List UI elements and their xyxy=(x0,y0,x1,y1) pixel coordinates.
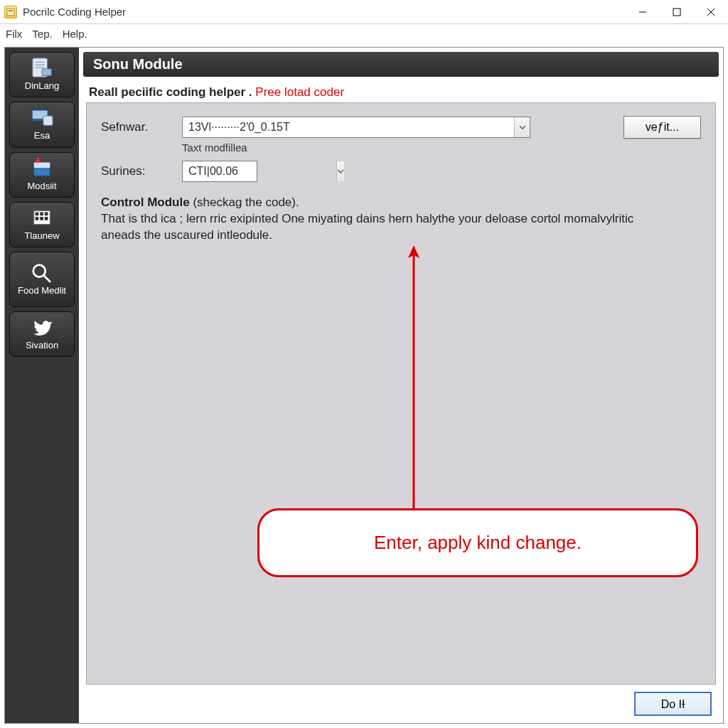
sidebar-item-label: Modsiit xyxy=(27,181,56,191)
sidebar-item-label: DinLang xyxy=(25,81,59,91)
close-button[interactable] xyxy=(694,0,728,23)
svg-rect-19 xyxy=(36,212,39,215)
software-combo[interactable] xyxy=(182,117,530,138)
module-subtitle: Reall peciific coding helper . Pree lota… xyxy=(79,77,723,102)
workspace-border: DinLang Esa Modsiit Tlaunew xyxy=(4,47,724,724)
svg-rect-23 xyxy=(40,217,43,220)
search-icon xyxy=(28,262,55,283)
surines-row: Surines: xyxy=(101,161,701,182)
surines-input[interactable] xyxy=(183,165,336,178)
sidebar-item-dinlang[interactable]: DinLang xyxy=(9,52,75,97)
content-box: Sefnwar. veƒit... Taxt modfillea Surines… xyxy=(86,102,716,685)
titlebar: Pocrilc Coding Helper xyxy=(0,0,728,24)
desc-bold: Control Module xyxy=(101,196,190,209)
chevron-down-icon[interactable] xyxy=(514,117,530,137)
sidebar-item-food-medlit[interactable]: Food Medlit xyxy=(9,252,75,307)
verify-button[interactable]: veƒit... xyxy=(623,116,701,139)
software-label: Sefnwar. xyxy=(101,120,172,134)
monitor-icon xyxy=(28,107,55,128)
window-controls xyxy=(626,0,728,23)
svg-rect-13 xyxy=(43,116,53,125)
menu-edit[interactable]: Tep. xyxy=(32,28,52,40)
svg-rect-21 xyxy=(45,212,48,215)
subtitle-main: Reall peciific coding helper . xyxy=(89,85,252,99)
software-input[interactable] xyxy=(183,121,514,134)
svg-rect-15 xyxy=(34,162,50,168)
sidebar-item-tlaunew[interactable]: Tlaunew xyxy=(9,202,75,247)
menu-help[interactable]: Help. xyxy=(63,28,87,40)
annotation-arrow-icon xyxy=(400,245,428,515)
menu-file[interactable]: Filx xyxy=(6,28,22,40)
svg-rect-10 xyxy=(42,69,51,75)
do-it-button[interactable]: Do Iƚ xyxy=(634,692,712,716)
software-note: Taxt modfillea xyxy=(182,141,701,154)
software-row: Sefnwar. veƒit... xyxy=(101,116,701,139)
sidebar-item-label: Sivation xyxy=(26,341,58,350)
svg-rect-1 xyxy=(9,10,13,11)
svg-rect-22 xyxy=(36,217,39,220)
svg-rect-24 xyxy=(45,217,48,220)
sidebar-item-label: Esa xyxy=(34,131,50,141)
bird-icon xyxy=(28,316,55,338)
surines-combo[interactable] xyxy=(182,161,257,182)
chevron-down-icon[interactable] xyxy=(336,161,344,181)
sidebar-item-modsiit[interactable]: Modsiit xyxy=(9,152,75,198)
description: Control Module (sheckag the code). That … xyxy=(101,195,655,244)
maximize-button[interactable] xyxy=(660,0,694,23)
package-icon xyxy=(28,157,55,178)
bottom-bar: Do Iƚ xyxy=(79,685,723,723)
menubar: Filx Tep. Help. xyxy=(0,24,728,43)
annotation-callout: Enter, apply kind change. xyxy=(257,508,698,577)
grid-icon xyxy=(28,207,55,228)
document-icon xyxy=(28,57,55,78)
workspace: DinLang Esa Modsiit Tlaunew xyxy=(0,43,728,728)
annotation-text: Enter, apply kind change. xyxy=(257,508,698,577)
window-title: Pocrilc Coding Helper xyxy=(23,6,126,18)
module-title: Sonu Module xyxy=(83,52,719,77)
surines-label: Surines: xyxy=(101,164,172,178)
desc-paren: (sheckag the code). xyxy=(193,196,299,209)
svg-rect-0 xyxy=(7,9,14,16)
svg-rect-3 xyxy=(673,9,680,16)
sidebar-item-sivation[interactable]: Sivation xyxy=(9,311,75,357)
svg-point-17 xyxy=(37,157,40,160)
svg-rect-20 xyxy=(40,212,43,215)
sidebar-item-label: Food Medlit xyxy=(18,286,66,296)
sidebar: DinLang Esa Modsiit Tlaunew xyxy=(5,48,79,723)
desc-body: That is thd ica ; lern rric exipinted On… xyxy=(101,212,633,242)
main-panel: Sonu Module Reall peciific coding helper… xyxy=(79,48,723,723)
sidebar-item-label: Tlaunew xyxy=(24,231,59,241)
minimize-button[interactable] xyxy=(626,0,660,23)
app-icon xyxy=(4,6,17,18)
sidebar-item-esa[interactable]: Esa xyxy=(9,102,75,147)
subtitle-extra: Pree lotad coder xyxy=(255,85,344,99)
svg-line-26 xyxy=(44,276,50,282)
